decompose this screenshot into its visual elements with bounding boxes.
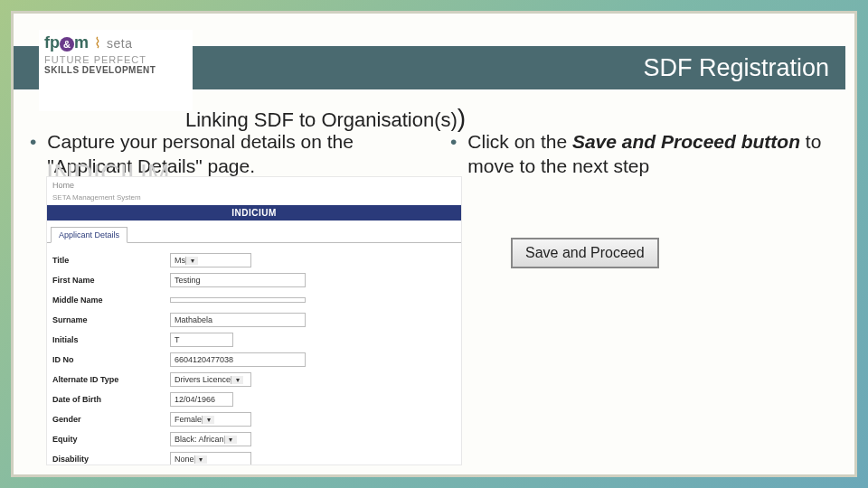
logo-seta: seta <box>107 36 132 51</box>
chevron-down-icon: ▾ <box>231 376 243 384</box>
label-id-no: ID No <box>52 355 170 364</box>
label-initials: Initials <box>52 335 170 344</box>
chevron-down-icon: ▾ <box>202 416 214 424</box>
input-initials[interactable]: T <box>170 333 233 347</box>
input-dob[interactable]: 12/04/1966 <box>170 392 233 407</box>
page-title: SDF Registration <box>643 54 829 82</box>
label-equity: Equity <box>52 435 170 444</box>
input-surname[interactable]: Mathabela <box>170 313 306 327</box>
select-equity[interactable]: Black: African▾ <box>170 432 251 446</box>
row-first-name: First Name Testing <box>47 270 461 290</box>
label-alt-id: Alternate ID Type <box>52 375 170 384</box>
input-middle-name[interactable] <box>170 297 306 303</box>
bullet-icon: • <box>30 129 36 179</box>
row-middle-name: Middle Name <box>47 290 461 310</box>
screenshot-subtitle: SETA Management System <box>47 193 461 205</box>
row-surname: Surname Mathabela <box>47 310 461 330</box>
row-alt-id: Alternate ID Type Drivers Licence▾ <box>47 370 461 389</box>
label-title: Title <box>52 256 170 265</box>
chevron-down-icon: ▾ <box>194 455 207 464</box>
right-column: • Click on the Save and Proceed button t… <box>434 129 854 184</box>
chevron-down-icon: ▾ <box>224 436 237 444</box>
input-first-name[interactable]: Testing <box>170 273 306 287</box>
select-gender[interactable]: Female▾ <box>170 412 251 427</box>
row-title: Title Ms▾ <box>47 250 461 270</box>
label-disability: Disability <box>52 455 170 464</box>
right-bullet-text: Click on the Save and Proceed button to … <box>467 129 854 179</box>
input-id-no[interactable]: 6604120477038 <box>170 352 306 367</box>
select-title[interactable]: Ms▾ <box>170 253 251 267</box>
logo-fp: fp&m <box>44 33 89 52</box>
label-gender: Gender <box>52 415 170 424</box>
swirl-icon: ⌇ <box>94 34 101 52</box>
row-gender: Gender Female▾ <box>47 409 461 429</box>
bullet-icon: • <box>450 129 457 179</box>
row-dob: Date of Birth 12/04/1966 <box>47 389 461 409</box>
slide: fp&m ⌇ seta FUTURE PERFECT SKILLS DEVELO… <box>11 11 857 477</box>
tab-applicant-details[interactable]: Applicant Details <box>51 227 127 243</box>
label-first-name: First Name <box>52 276 170 285</box>
chevron-down-icon: ▾ <box>185 257 198 265</box>
select-disability[interactable]: None▾ <box>170 452 251 465</box>
row-equity: Equity Black: African▾ <box>47 429 461 449</box>
select-alt-id[interactable]: Drivers Licence▾ <box>170 372 251 387</box>
row-id-no: ID No 6604120477038 <box>47 350 461 370</box>
label-surname: Surname <box>52 315 170 324</box>
logo-subtitle-2: SKILLS DEVELOPMENT <box>44 65 187 75</box>
label-dob: Date of Birth <box>52 395 170 404</box>
amp-icon: & <box>60 37 74 52</box>
row-disability: Disability None▾ <box>47 449 461 465</box>
screenshot-band: INDICIUM <box>47 205 461 221</box>
form-screenshot: Home SETA Management System INDICIUM App… <box>46 176 462 465</box>
save-and-proceed-button[interactable]: Save and Proceed <box>511 238 659 268</box>
logo-subtitle-1: FUTURE PERFECT <box>44 54 187 65</box>
tab-strip: Applicant Details <box>47 221 461 243</box>
screenshot-home: Home <box>47 177 461 193</box>
right-bullet: • Click on the Save and Proceed button t… <box>443 129 854 179</box>
label-middle-name: Middle Name <box>52 296 170 305</box>
row-initials: Initials T <box>47 330 461 350</box>
logo-block: fp&m ⌇ seta FUTURE PERFECT SKILLS DEVELO… <box>39 30 193 111</box>
save-button-image: Save and Proceed <box>511 238 659 268</box>
